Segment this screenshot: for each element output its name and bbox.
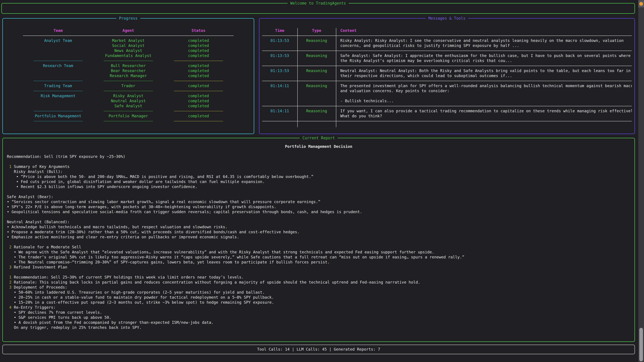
scrollbar-thumb[interactable] xyxy=(639,328,643,361)
list-number: 2 xyxy=(9,245,12,249)
report-line xyxy=(7,214,634,219)
report-line: 2 Rationale: This scaling back locks in … xyxy=(7,280,634,285)
message-content-line: What do you think? xyxy=(340,113,630,118)
list-number: 3 xyxy=(9,265,12,269)
progress-row: Risk ManagementRisky Analystcompleted xyxy=(23,93,234,98)
messages-header-row: Time Type Content xyxy=(262,28,632,33)
progress-section-divider xyxy=(23,58,234,63)
progress-section-divider xyxy=(23,108,234,113)
message-content-line: The presented investment plan for SPY of… xyxy=(340,83,630,88)
status-cell: completed xyxy=(163,53,234,58)
status-cell: completed xyxy=(163,38,234,43)
report-body: Recommendation: Sell (trim SPY exposure … xyxy=(3,154,634,330)
message-row-divider xyxy=(262,103,632,108)
status-cell: completed xyxy=(163,48,234,53)
report-line: • The trader’s original 50% cut is likel… xyxy=(7,255,634,260)
orange-dot-icon xyxy=(639,2,643,6)
message-content: Safe Analyst: Safe Analyst: I appreciate… xyxy=(336,53,632,63)
report-line: • Acknowledge bullish technicals and mac… xyxy=(7,224,634,229)
bullet-icon: • xyxy=(14,320,16,325)
progress-row: Bear Researchercompleted xyxy=(23,68,234,73)
progress-header-rule xyxy=(23,33,234,38)
message-content-line: Risky Analyst: Risky Analyst: I see the … xyxy=(340,38,630,43)
report-line xyxy=(7,240,634,245)
report-line: • Emphasize active monitoring and clear … xyxy=(7,234,634,240)
message-content: If you want, I can also provide a tactic… xyxy=(336,108,632,118)
message-row: 01:13:53ReasoningSafe Analyst: Safe Anal… xyxy=(262,53,632,63)
scrollbar-track[interactable] xyxy=(638,0,644,362)
scrollbar-top-button[interactable] xyxy=(638,0,644,7)
message-time: 01:13:53 xyxy=(262,53,297,63)
messages-table-body: 01:13:53ReasoningRisky Analyst: Risky An… xyxy=(262,38,632,123)
report-line: Risky Analyst (Bull): xyxy=(7,169,634,174)
team-cell: Trading Team xyxy=(23,83,93,88)
message-content-line: their respective directions, which could… xyxy=(340,73,630,78)
progress-table-body: Analyst TeamMarket AnalystcompletedSocia… xyxy=(23,38,234,123)
agent-cell: Safe Analyst xyxy=(93,103,164,108)
report-line: • Recent $2.3 billion inflows into SPY u… xyxy=(7,184,634,189)
messages-col-type: Type xyxy=(297,28,336,33)
report-panel: Current Report Portfolio Management Deci… xyxy=(2,138,635,342)
report-line: • 15–20% in a cost-effective put spread … xyxy=(7,300,634,305)
report-line: • 50–60% into laddered U.S. Treasuries o… xyxy=(7,290,634,295)
progress-table: Team Agent Status Analyst TeamMarket Ana… xyxy=(23,28,234,123)
progress-section-divider xyxy=(23,118,234,123)
team-cell: Analyst Team xyxy=(23,38,93,43)
message-type: Reasoning xyxy=(297,53,336,63)
report-line: • SPY’s 22× P/E is above long-term avera… xyxy=(7,204,634,209)
progress-row: Analyst TeamMarket Analystcompleted xyxy=(23,38,234,43)
report-line: • SPY declines 7% from current levels. xyxy=(7,310,634,315)
progress-row: News Analystcompleted xyxy=(23,48,234,53)
messages-panel-title: Messages & Tools xyxy=(426,16,468,21)
report-line: 2 Rationale for a Moderate Sell xyxy=(7,245,634,250)
message-row: 01:13:53ReasoningRisky Analyst: Risky An… xyxy=(262,38,632,48)
report-panel-title: Current Report xyxy=(300,135,338,140)
bullet-icon: • xyxy=(14,250,16,254)
report-line: 3 Refined Investment Plan xyxy=(7,265,634,270)
agent-cell: Risky Analyst xyxy=(93,93,164,98)
messages-col-time: Time xyxy=(262,28,297,33)
agent-cell: Bear Researcher xyxy=(93,68,164,73)
report-line xyxy=(7,189,634,194)
progress-col-agent: Agent xyxy=(93,28,164,33)
list-number: 1 xyxy=(9,275,12,279)
message-row-divider xyxy=(262,48,632,53)
messages-col-divider-1 xyxy=(297,28,298,127)
status-cell: completed xyxy=(163,43,234,48)
progress-section-divider xyxy=(23,78,234,83)
message-content-line: If you want, I can also provide a tactic… xyxy=(340,108,630,113)
message-time: 01:14:11 xyxy=(262,83,297,103)
message-time: 01:14:11 xyxy=(262,108,297,118)
message-content: Risky Analyst: Risky Analyst: I see the … xyxy=(336,38,632,48)
report-line: Recommendation: Sell (trim SPY exposure … xyxy=(7,154,634,159)
message-content-line: Safe Analyst: Safe Analyst: I appreciate… xyxy=(340,53,630,58)
status-cell: completed xyxy=(163,93,234,98)
progress-row: Safe Analystcompleted xyxy=(23,103,234,108)
message-type: Reasoning xyxy=(297,68,336,78)
agent-cell: Portfolio Manager xyxy=(93,113,164,118)
agent-cell: Market Analyst xyxy=(93,38,164,43)
progress-col-team: Team xyxy=(23,28,93,33)
progress-row: Research TeamBull Researchercompleted xyxy=(23,63,234,68)
report-heading: Portfolio Management Decision xyxy=(3,144,634,149)
report-line: On any trigger, redeploy in 25% tranches… xyxy=(7,325,634,330)
report-line: Neutral Analyst (Balanced): xyxy=(7,219,634,224)
message-time: 01:13:53 xyxy=(262,68,297,78)
report-line: 1 Recommendation: Sell 25–30% of current… xyxy=(7,275,634,280)
message-time: 01:13:53 xyxy=(262,38,297,48)
messages-col-divider-2 xyxy=(336,28,336,127)
bullet-icon: • xyxy=(7,200,9,204)
agent-cell: News Analyst xyxy=(93,48,164,53)
report-line: • “Services sector contraction and slowi… xyxy=(7,199,634,204)
message-content-line: - Bullish technicals... xyxy=(340,98,630,103)
progress-col-status: Status xyxy=(163,28,234,33)
progress-row: Neutral Analystcompleted xyxy=(23,98,234,103)
report-line: • Propose a moderate trim (20–30%) rathe… xyxy=(7,229,634,234)
message-content: The presented investment plan for SPY of… xyxy=(336,83,632,103)
status-cell: completed xyxy=(163,103,234,108)
messages-table: Time Type Content 01:13:53ReasoningRisky… xyxy=(262,28,632,132)
team-cell xyxy=(23,43,93,48)
message-row: 01:14:11ReasoningIf you want, I can also… xyxy=(262,108,632,118)
bullet-icon: • xyxy=(7,225,9,229)
progress-section-divider xyxy=(23,88,234,93)
